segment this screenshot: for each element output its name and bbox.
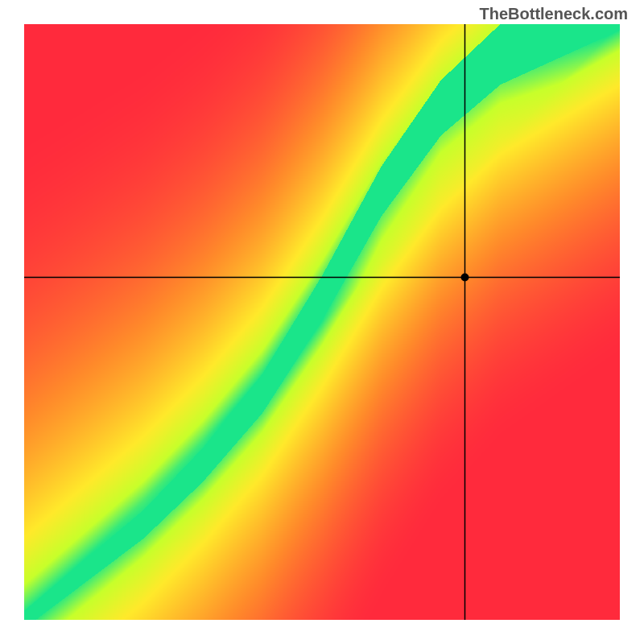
chart-container: TheBottleneck.com [0,0,644,644]
plot-area [24,24,620,620]
watermark-text: TheBottleneck.com [480,5,628,23]
heatmap-canvas [24,24,620,620]
